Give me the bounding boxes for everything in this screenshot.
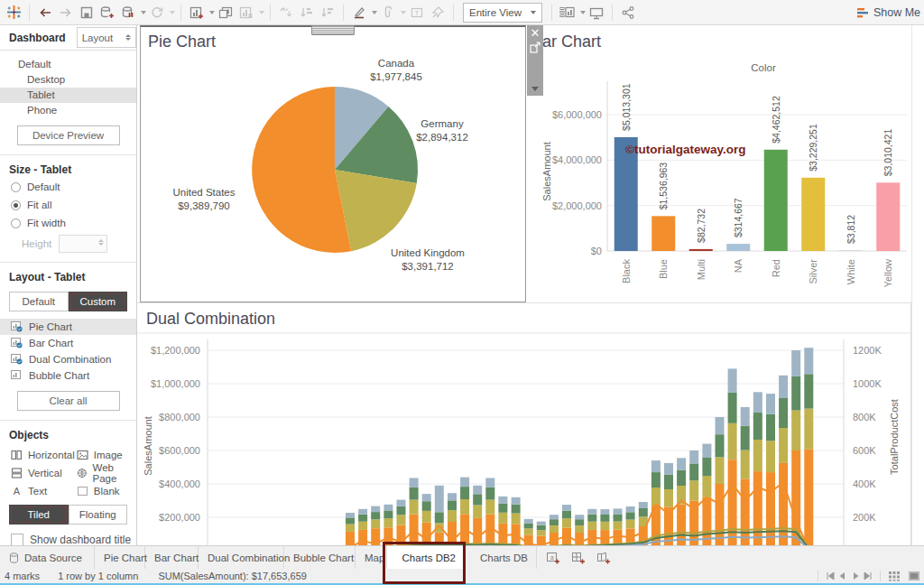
stacked-bar-segment[interactable] [550, 525, 559, 533]
clear-sheet-caret-icon[interactable] [259, 11, 264, 14]
stacked-bar-segment[interactable] [498, 504, 507, 513]
tab-charts-db[interactable]: Charts DB [466, 546, 537, 570]
stacked-bar-segment[interactable] [753, 392, 762, 413]
object-image[interactable]: Image [77, 447, 136, 462]
tab-bubble-chart[interactable]: Bubble Chart [284, 546, 356, 570]
stacked-bar-segment[interactable] [410, 500, 419, 515]
size-option-default[interactable]: Default [0, 178, 136, 196]
stacked-bar-segment[interactable] [550, 515, 559, 519]
stacked-bar-segment[interactable] [422, 501, 431, 511]
stacked-bar-segment[interactable] [562, 505, 571, 511]
refresh-button[interactable] [147, 2, 167, 23]
stacked-bar-segment[interactable] [371, 506, 380, 513]
stacked-bar-segment[interactable] [766, 472, 775, 545]
stacked-bar-segment[interactable] [664, 463, 673, 475]
stacked-bar-segment[interactable] [639, 508, 648, 516]
device-item-default[interactable]: Default [0, 57, 136, 72]
radio-icon[interactable] [11, 182, 21, 192]
stacked-bar-segment[interactable] [600, 509, 609, 515]
stacked-bar-segment[interactable] [383, 510, 393, 518]
drag-handle-icon[interactable] [311, 25, 355, 35]
format-annotations-icon[interactable] [378, 2, 398, 23]
tab-bar-chart[interactable]: Bar Chart [145, 546, 199, 570]
stacked-bar-segment[interactable] [651, 472, 661, 488]
stacked-bar-segment[interactable] [435, 486, 444, 512]
stacked-bar-segment[interactable] [766, 394, 775, 414]
pause-updates-caret-icon[interactable] [141, 11, 146, 14]
stacked-bar-segment[interactable] [614, 515, 623, 522]
stacked-bar-segment[interactable] [422, 511, 431, 523]
stacked-bar-segment[interactable] [575, 533, 584, 545]
save-button[interactable] [77, 2, 97, 23]
show-filmstrip-icon[interactable] [908, 571, 920, 581]
bar-mark-red[interactable] [764, 150, 788, 251]
stacked-bar-segment[interactable] [460, 487, 469, 499]
redo-button[interactable] [56, 2, 76, 23]
clear-sheet-button[interactable] [236, 2, 256, 23]
stacked-bar-segment[interactable] [562, 511, 571, 519]
radio-icon[interactable] [11, 218, 21, 228]
stacked-bar-segment[interactable] [575, 525, 584, 533]
stacked-bar-segment[interactable] [460, 478, 469, 488]
stacked-bar-segment[interactable] [716, 417, 725, 434]
show-hide-cards-button[interactable] [558, 2, 578, 23]
height-stepper[interactable] [59, 235, 107, 253]
stacked-bar-segment[interactable] [741, 478, 750, 545]
show-me-button[interactable]: Show Me [856, 0, 922, 25]
stacked-bar-segment[interactable] [575, 519, 584, 525]
tab-dual-combination[interactable]: Dual Combination [199, 546, 284, 570]
stacked-bar-segment[interactable] [804, 374, 813, 408]
sort-descending-button[interactable] [318, 2, 337, 23]
stacked-bar-segment[interactable] [689, 463, 698, 480]
stacked-bar-segment[interactable] [371, 512, 380, 519]
layout-custom-button[interactable]: Custom [69, 292, 128, 311]
tab-layout[interactable]: Layout [77, 27, 136, 48]
object-horizontal[interactable]: Horizontal [11, 447, 75, 462]
stacked-bar-segment[interactable] [753, 471, 762, 545]
new-data-source-button[interactable] [97, 2, 117, 23]
highlight-button[interactable] [349, 2, 369, 23]
stacked-bar-segment[interactable] [537, 530, 546, 536]
tab-data-source[interactable]: Data Source [0, 546, 95, 570]
stacked-bar-segment[interactable] [791, 350, 800, 376]
stacked-bar-segment[interactable] [524, 519, 533, 524]
stacked-bar-segment[interactable] [346, 532, 355, 545]
stacked-bar-segment[interactable] [383, 505, 393, 511]
stacked-bar-segment[interactable] [664, 475, 673, 490]
new-dashboard-tab-button[interactable] [568, 549, 589, 567]
stacked-bar-segment[interactable] [779, 463, 788, 545]
stacked-bar-segment[interactable] [410, 478, 419, 488]
stacked-bar-segment[interactable] [383, 527, 393, 545]
radio-selected-icon[interactable] [11, 200, 21, 210]
stacked-bar-segment[interactable] [537, 525, 546, 531]
stacked-bar-segment[interactable] [485, 488, 494, 500]
stacked-bar-segment[interactable] [600, 515, 609, 522]
stacked-bar-segment[interactable] [422, 523, 431, 545]
stacked-bar-segment[interactable] [512, 497, 521, 505]
stacked-bar-segment[interactable] [728, 423, 737, 460]
stacked-bar-segment[interactable] [702, 458, 711, 476]
stacked-bar-segment[interactable] [614, 521, 623, 529]
stacked-bar-segment[interactable] [677, 458, 686, 469]
stacked-bar-segment[interactable] [728, 393, 737, 423]
tab-charts-db2[interactable]: Charts DB2 [387, 546, 466, 570]
bar-mark-multi[interactable] [689, 249, 713, 251]
stacked-bar-segment[interactable] [639, 502, 648, 508]
sheet-item-bar-chart[interactable]: Bar Chart [0, 335, 136, 351]
device-item-desktop[interactable]: Desktop [0, 72, 136, 88]
stacked-bar-segment[interactable] [562, 518, 571, 527]
stacked-bar-segment[interactable] [651, 488, 661, 506]
device-preview-button[interactable]: Device Preview [17, 125, 120, 145]
stacked-bar-segment[interactable] [512, 514, 521, 525]
stacked-bar-segment[interactable] [358, 522, 367, 530]
device-item-phone[interactable]: Phone [0, 103, 136, 118]
stacked-bar-segment[interactable] [358, 509, 367, 515]
fit-mode-dropdown[interactable]: Entire View [463, 3, 542, 23]
stacked-bar-segment[interactable] [791, 376, 800, 411]
sheet-item-dual-combination[interactable]: Dual Combination [0, 351, 136, 367]
object-web-page[interactable]: Web Page [77, 465, 136, 480]
sheet-item-pie-chart[interactable]: Pie Chart [0, 319, 136, 335]
sort-ascending-button[interactable] [297, 2, 317, 23]
stacked-bar-segment[interactable] [550, 519, 559, 525]
bar-mark-silver[interactable] [801, 178, 825, 251]
